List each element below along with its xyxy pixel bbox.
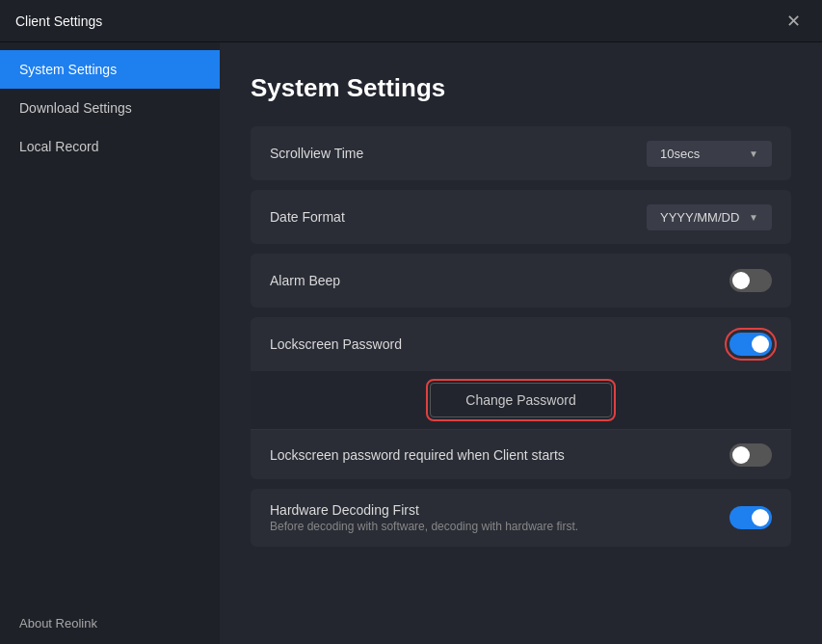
- scrollview-time-label: Scrollview Time: [270, 146, 363, 161]
- date-format-row: Date Format YYYY/MM/DD ▼: [251, 190, 791, 244]
- lockscreen-password-toggle[interactable]: [729, 333, 772, 356]
- alarm-beep-row: Alarm Beep: [251, 254, 791, 308]
- date-format-label: Date Format: [270, 209, 345, 225]
- scrollview-time-row: Scrollview Time 10secs ▼: [251, 126, 791, 180]
- main-content: System Settings Scrollview Time 10secs ▼…: [220, 42, 822, 644]
- sidebar-item-system-settings[interactable]: System Settings: [0, 50, 220, 89]
- hardware-decoding-sublabel: Before decoding with software, decoding …: [270, 520, 578, 533]
- hardware-decoding-label-wrap: Hardware Decoding First Before decoding …: [270, 502, 578, 533]
- date-format-dropdown[interactable]: YYYY/MM/DD ▼: [647, 204, 772, 230]
- lockscreen-header: Lockscreen Password: [251, 317, 791, 371]
- close-button[interactable]: ✕: [781, 9, 807, 34]
- title-bar: Client Settings ✕: [0, 0, 822, 42]
- chevron-down-icon: ▼: [749, 148, 758, 159]
- alarm-beep-label: Alarm Beep: [270, 273, 340, 288]
- hardware-decoding-row: Hardware Decoding First Before decoding …: [251, 489, 791, 547]
- page-title: System Settings: [251, 73, 791, 103]
- lockscreen-required-label: Lockscreen password required when Client…: [270, 447, 565, 463]
- alarm-beep-toggle[interactable]: [729, 269, 772, 292]
- hardware-decoding-label: Hardware Decoding First: [270, 502, 578, 518]
- sidebar-item-download-settings[interactable]: Download Settings: [0, 89, 220, 127]
- change-password-button[interactable]: Change Password: [430, 383, 611, 417]
- sidebar-item-local-record[interactable]: Local Record: [0, 127, 220, 166]
- lockscreen-footer: Lockscreen password required when Client…: [251, 429, 791, 479]
- hardware-decoding-toggle[interactable]: [729, 506, 772, 529]
- lockscreen-body: Change Password: [251, 371, 791, 429]
- lockscreen-password-label: Lockscreen Password: [270, 336, 402, 352]
- sidebar: System Settings Download Settings Local …: [0, 42, 220, 644]
- sidebar-item-about-reolink[interactable]: About Reolink: [0, 603, 220, 644]
- window-title: Client Settings: [15, 13, 102, 29]
- chevron-down-icon: ▼: [749, 212, 758, 223]
- lockscreen-required-toggle[interactable]: [729, 443, 772, 467]
- lockscreen-section: Lockscreen Password Change Password Lock…: [251, 317, 791, 479]
- app-body: System Settings Download Settings Local …: [0, 42, 822, 644]
- scrollview-time-dropdown[interactable]: 10secs ▼: [647, 141, 772, 167]
